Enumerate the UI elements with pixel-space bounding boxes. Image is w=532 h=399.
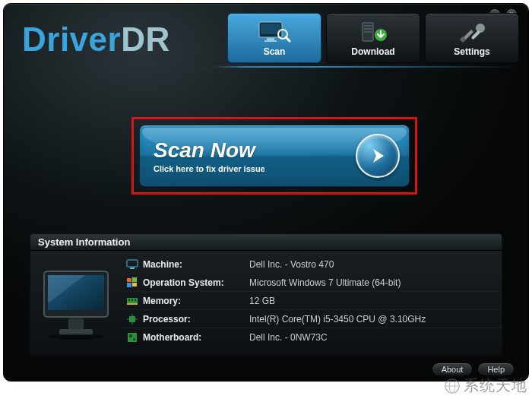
scan-now-button[interactable]: Scan Now Click here to fix driver issue: [139, 125, 410, 187]
svg-rect-22: [127, 283, 131, 287]
computer-icon: [122, 259, 143, 270]
svg-rect-23: [132, 283, 137, 287]
system-info-title: System Information: [30, 234, 502, 251]
svg-rect-8: [364, 28, 372, 30]
spec-row-memory: Memory: 12 GB: [122, 292, 502, 310]
scan-highlight-border: Scan Now Click here to fix driver issue: [131, 117, 417, 195]
svg-rect-3: [264, 40, 277, 42]
svg-rect-29: [129, 316, 135, 322]
spec-row-os: Operation System: Microsoft Windows 7 Ul…: [122, 274, 502, 292]
logo-part1: Driver: [22, 21, 121, 58]
tab-scan[interactable]: Scan: [227, 13, 321, 63]
svg-rect-36: [133, 338, 135, 340]
svg-rect-9: [364, 31, 372, 33]
about-button[interactable]: About: [432, 363, 473, 376]
cpu-icon: [122, 314, 143, 325]
spec-value: Intel(R) Core(TM) i5-3450 CPU @ 3.10GHz: [249, 314, 426, 325]
tab-download[interactable]: Download: [326, 13, 420, 63]
scan-title: Scan Now: [154, 138, 356, 163]
nav-tabs: Scan Download: [227, 13, 519, 63]
logo-part2: DR: [121, 21, 170, 58]
svg-rect-7: [364, 25, 372, 27]
server-download-icon: [358, 19, 388, 45]
system-info-panel: System Information Machine: Dell Inc. -: [30, 233, 502, 356]
spec-value: Microsoft Windows 7 Ultimate (64-bit): [249, 277, 401, 288]
tab-label: Download: [351, 46, 394, 57]
spec-row-motherboard: Motherboard: Dell Inc. - 0NW73C: [122, 328, 502, 347]
svg-rect-27: [131, 299, 133, 301]
svg-rect-20: [127, 278, 131, 282]
spec-label: Memory:: [143, 296, 249, 306]
svg-point-17: [49, 334, 103, 340]
scan-now-text: Scan Now Click here to fix driver issue: [154, 138, 356, 173]
help-button[interactable]: Help: [477, 363, 515, 376]
svg-rect-35: [129, 334, 132, 337]
monitor-search-icon: [258, 19, 291, 45]
tab-label: Scan: [264, 46, 286, 57]
ram-icon: [122, 296, 143, 306]
spec-label: Machine:: [143, 259, 249, 270]
svg-rect-18: [127, 260, 138, 267]
spec-label: Processor:: [143, 314, 249, 325]
monitor-icon: [30, 251, 122, 356]
svg-rect-26: [128, 299, 130, 301]
tab-settings[interactable]: Settings: [425, 13, 519, 63]
play-arrow-icon: [356, 134, 400, 178]
spec-value: 12 GB: [249, 296, 275, 306]
svg-rect-21: [132, 277, 137, 282]
scan-subtitle: Click here to fix driver issue: [154, 164, 356, 173]
tab-label: Settings: [454, 46, 489, 57]
svg-rect-19: [130, 268, 135, 269]
svg-rect-25: [127, 303, 138, 305]
spec-label: Operation System:: [143, 277, 249, 288]
spec-value: Dell Inc. - 0NW73C: [249, 332, 328, 343]
app-logo: DriverDR: [22, 21, 170, 59]
footer-buttons: About Help: [432, 363, 515, 376]
app-window: – × DriverDR Scan: [3, 3, 529, 382]
motherboard-icon: [122, 332, 143, 343]
svg-rect-2: [267, 38, 274, 40]
spec-row-processor: Processor: Intel(R) Core(TM) i5-3450 CPU…: [122, 310, 502, 328]
svg-rect-15: [68, 318, 84, 329]
svg-rect-1: [261, 24, 280, 34]
windows-icon: [122, 277, 143, 288]
tools-icon: [458, 19, 486, 45]
specs-list: Machine: Dell Inc. - Vostro 470 Operatio…: [122, 251, 502, 356]
svg-line-5: [286, 37, 290, 41]
spec-value: Dell Inc. - Vostro 470: [249, 259, 334, 270]
tabs-divider: [13, 66, 519, 68]
spec-label: Motherboard:: [143, 332, 249, 343]
spec-row-machine: Machine: Dell Inc. - Vostro 470: [122, 255, 502, 274]
svg-rect-28: [135, 299, 136, 301]
